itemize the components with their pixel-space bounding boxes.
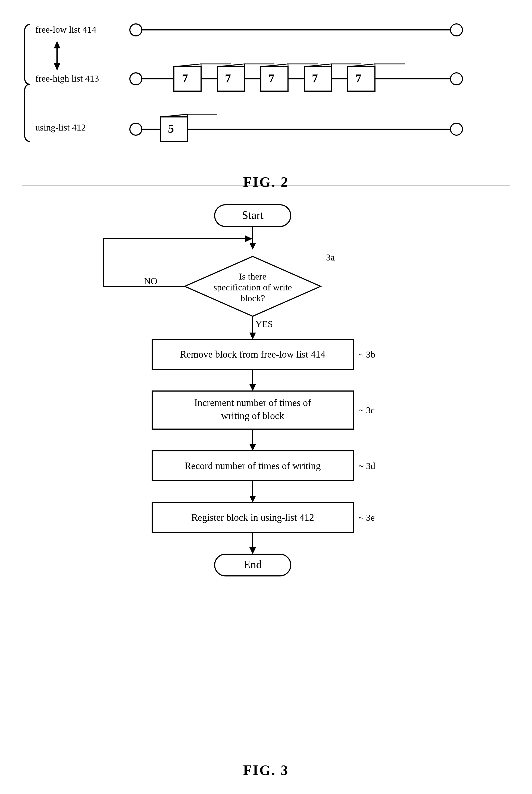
using-right-circle xyxy=(451,123,462,135)
ref-3b: ~ 3b xyxy=(359,349,375,359)
ref-3c: ~ 3c xyxy=(359,405,375,415)
step-3d-label: Record number of times of writing xyxy=(185,460,321,471)
ref-3a: 3a xyxy=(326,252,335,262)
decision-line2: specification of write xyxy=(213,282,292,292)
step-3c-box xyxy=(152,391,353,429)
using-left-circle xyxy=(130,123,142,135)
svg-rect-33 xyxy=(348,67,375,91)
svg-text:5: 5 xyxy=(168,122,174,135)
page: free-low list 414 free-high list 413 usi… xyxy=(0,0,532,794)
free-high-right-circle xyxy=(451,73,462,85)
svg-text:7: 7 xyxy=(355,72,361,85)
svg-text:7: 7 xyxy=(182,72,188,85)
step-3b-label: Remove block from free-low list 414 xyxy=(180,349,325,360)
ref-3d: ~ 3d xyxy=(359,461,375,471)
free-low-left-circle xyxy=(130,24,142,36)
step-3c-line2: writing of block xyxy=(221,410,284,421)
svg-rect-41 xyxy=(160,117,188,142)
free-low-label: free-low list 414 xyxy=(35,24,96,35)
ref-3e: ~ 3e xyxy=(359,513,375,523)
svg-marker-49 xyxy=(249,243,256,250)
block-7-5: 7 xyxy=(348,64,405,91)
free-high-left-circle xyxy=(130,73,142,85)
step-3e-label: Register block in using-list 412 xyxy=(191,512,314,523)
svg-text:7: 7 xyxy=(225,72,231,85)
svg-marker-55 xyxy=(245,236,252,242)
svg-marker-1 xyxy=(54,41,60,49)
svg-text:7: 7 xyxy=(268,72,274,85)
fig3-title: FIG. 3 xyxy=(22,762,510,778)
free-low-right-circle xyxy=(451,24,462,36)
svg-rect-19 xyxy=(261,67,288,91)
no-label: NO xyxy=(144,276,157,286)
svg-text:7: 7 xyxy=(312,72,318,85)
using-list-label: using-list 412 xyxy=(35,122,86,132)
svg-marker-51 xyxy=(249,333,256,339)
end-label: End xyxy=(244,558,262,571)
decision-line3: block? xyxy=(241,293,265,303)
yes-label: YES xyxy=(255,319,273,329)
svg-marker-63 xyxy=(249,547,256,554)
free-high-label: free-high list 413 xyxy=(35,73,99,84)
svg-marker-57 xyxy=(249,384,256,391)
svg-rect-12 xyxy=(217,67,245,91)
svg-marker-59 xyxy=(249,444,256,451)
fig3-section: Start Is there specification of write bl… xyxy=(22,197,510,778)
fig3-diagram: Start Is there specification of write bl… xyxy=(22,197,511,754)
fig2-diagram: free-low list 414 free-high list 413 usi… xyxy=(22,16,511,169)
svg-rect-26 xyxy=(304,67,331,91)
fig2-section: free-low list 414 free-high list 413 usi… xyxy=(22,16,510,169)
fig2-title: FIG. 2 xyxy=(22,174,510,190)
svg-marker-61 xyxy=(249,496,256,502)
step-3c-line1: Increment number of times of xyxy=(194,397,311,408)
decision-line1: Is there xyxy=(239,271,266,281)
start-label: Start xyxy=(242,209,264,221)
block-5: 5 xyxy=(160,114,217,142)
svg-marker-2 xyxy=(54,63,60,71)
